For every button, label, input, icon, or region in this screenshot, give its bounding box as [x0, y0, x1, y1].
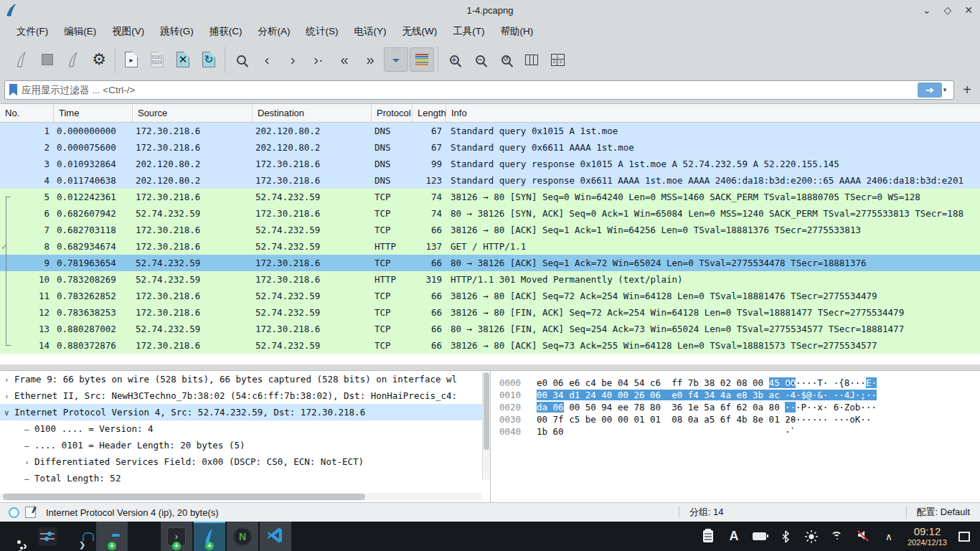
detail-line-3[interactable]: –0100 .... = Version: 4 [0, 420, 490, 437]
expert-info-icon[interactable] [9, 507, 19, 518]
menu-item-2[interactable]: 视图(V) [104, 21, 152, 42]
last-packet-icon[interactable]: » [358, 47, 382, 72]
go-back-icon[interactable]: ‹ [255, 47, 279, 72]
packet-row-13[interactable]: 130.88028700252.74.232.59172.30.218.6TCP… [0, 321, 980, 337]
detail-line-5[interactable]: ›Differentiated Services Field: 0x00 (DS… [0, 453, 490, 470]
column-header-destination[interactable]: Destination [253, 104, 372, 122]
hex-line-0040[interactable]: 00401b 60·` [491, 425, 980, 438]
taskbar-terminal[interactable]: ›+ [161, 522, 192, 551]
apply-filter-button[interactable]: ➜ [918, 83, 942, 98]
taskbar-vscode[interactable] [260, 522, 291, 551]
display-filter-input[interactable] [22, 85, 918, 95]
menu-item-1[interactable]: 编辑(E) [56, 21, 104, 42]
clipboard-icon[interactable] [701, 529, 715, 544]
keyboard-layout-icon[interactable]: A [727, 529, 741, 544]
taskbar-discover[interactable] [63, 522, 95, 551]
go-to-packet-icon[interactable]: ›· [306, 47, 331, 72]
column-header-info[interactable]: Info [446, 104, 980, 122]
menu-item-7[interactable]: 电话(Y) [347, 21, 395, 42]
detail-line-6[interactable]: –Total Length: 52 [0, 470, 490, 486]
packet-row-2[interactable]: 20.000075600172.30.218.6202.120.80.2DNS6… [0, 139, 980, 156]
close-file-icon[interactable]: ✕ [171, 47, 195, 72]
add-filter-button[interactable]: + [958, 82, 976, 98]
packet-row-9[interactable]: 90.78196365452.74.232.59172.30.218.6TCP6… [0, 255, 980, 271]
menu-item-10[interactable]: 帮助(H) [492, 21, 541, 42]
taskbar-clock[interactable]: 09:12 2024/12/13 [908, 526, 947, 547]
capture-comment-icon[interactable] [25, 507, 36, 518]
menu-item-8[interactable]: 无线(W) [395, 21, 446, 42]
detail-line-2[interactable]: ∨Internet Protocol Version 4, Src: 52.74… [0, 404, 490, 420]
battery-icon[interactable] [753, 529, 767, 544]
volume-muted-icon[interactable] [856, 529, 870, 544]
hex-line-0010[interactable]: 001000 34 d1 24 40 00 26 06 e0 f4 34 4a … [491, 389, 980, 401]
resize-columns-icon[interactable] [519, 47, 544, 72]
packet-row-3[interactable]: 30.010932864202.120.80.2172.30.218.6DNS9… [0, 156, 980, 172]
detail-line-0[interactable]: ›Frame 9: 66 bytes on wire (528 bits), 6… [0, 371, 490, 387]
maximize-button[interactable]: ◇ [943, 4, 951, 16]
packet-row-6[interactable]: 60.68260794252.74.232.59172.30.218.6TCP7… [0, 205, 980, 222]
menu-item-3[interactable]: 跳转(G) [152, 21, 202, 42]
menu-item-9[interactable]: 工具(T) [445, 21, 492, 42]
packet-row-10[interactable]: 100.78320826952.74.232.59172.30.218.6HTT… [0, 271, 980, 288]
menu-item-6[interactable]: 统计(S) [298, 21, 347, 42]
find-packet-icon[interactable] [229, 47, 253, 72]
detail-line-1[interactable]: ›Ethernet II, Src: NewH3CTechno_7b:38:02… [0, 387, 490, 404]
show-desktop-icon[interactable] [958, 532, 970, 542]
wifi-icon[interactable] [830, 529, 844, 544]
taskbar-system-settings[interactable] [32, 522, 63, 551]
taskbar-firefox[interactable] [128, 522, 159, 551]
layout-icon[interactable]: 123 [545, 47, 570, 72]
hex-line-0020[interactable]: 0020da 06 00 50 94 ee 78 80 36 1e 5a 6f … [491, 401, 980, 413]
packet-row-14[interactable]: 140.880372876172.30.218.652.74.232.59TCP… [0, 337, 980, 354]
packet-row-4[interactable]: 40.011740638202.120.80.2172.30.218.6DNS1… [0, 172, 980, 189]
zoom-reset-icon[interactable]: ↺ [494, 47, 518, 72]
column-header-source[interactable]: Source [133, 104, 253, 122]
detail-line-4[interactable]: –.... 0101 = Header Length: 20 bytes (5) [0, 437, 490, 453]
packet-row-1[interactable]: 10.000000000172.30.218.6202.120.80.2DNS6… [0, 123, 980, 139]
expander-icon[interactable]: › [24, 454, 34, 471]
status-profile[interactable]: 配置: Default [917, 506, 980, 519]
column-header-no[interactable]: No. [0, 104, 54, 122]
open-file-icon[interactable]: ▸ [119, 47, 143, 72]
taskbar-wireshark[interactable]: + [194, 522, 225, 551]
capture-options-icon[interactable]: ⚙ [87, 47, 111, 72]
column-header-protocol[interactable]: Protocol [372, 104, 413, 122]
minimize-button[interactable]: ⌄ [923, 4, 931, 16]
column-header-time[interactable]: Time [54, 104, 133, 122]
packet-row-12[interactable]: 120.783638253172.30.218.652.74.232.59TCP… [0, 304, 980, 321]
bluetooth-icon[interactable] [778, 529, 793, 544]
auto-scroll-icon[interactable] [384, 47, 408, 72]
pane-splitter[interactable] [0, 364, 980, 370]
menu-item-4[interactable]: 捕获(C) [202, 21, 250, 42]
brightness-icon[interactable] [804, 529, 819, 544]
display-filter-box[interactable]: ➜ ▾ [4, 80, 954, 100]
hex-line-0030[interactable]: 003000 7f c5 be 00 00 01 01 08 0a a5 6f … [491, 413, 980, 425]
taskbar-app-launcher[interactable]: › [0, 522, 32, 551]
packet-row-8[interactable]: 80.682934674172.30.218.652.74.232.59HTTP… [0, 238, 980, 255]
taskbar-file-manager[interactable]: + [96, 522, 128, 551]
menu-item-5[interactable]: 分析(A) [250, 21, 298, 42]
packet-row-7[interactable]: 70.682703118172.30.218.652.74.232.59TCP6… [0, 222, 980, 238]
expander-icon[interactable]: ∨ [4, 405, 14, 421]
filter-dropdown-icon[interactable]: ▾ [943, 86, 947, 93]
go-forward-icon[interactable]: › [281, 47, 305, 72]
expand-tray-icon[interactable]: ∧ [882, 529, 896, 544]
zoom-in-icon[interactable]: + [442, 47, 466, 72]
packet-row-11[interactable]: 110.783262852172.30.218.652.74.232.59TCP… [0, 288, 980, 304]
column-header-length[interactable]: Length [413, 104, 446, 122]
colorize-icon[interactable] [410, 47, 434, 72]
close-button[interactable]: ✕ [964, 4, 973, 16]
filter-bookmark-icon[interactable] [9, 84, 17, 96]
reload-file-icon[interactable]: ↻ [197, 47, 221, 72]
first-packet-icon[interactable]: « [332, 47, 357, 72]
detail-vertical-scrollbar[interactable] [482, 372, 490, 480]
packet-row-5[interactable]: 50.012242361172.30.218.652.74.232.59TCP7… [0, 189, 980, 205]
expander-icon[interactable]: › [4, 372, 14, 388]
new-window-badge: + [205, 542, 214, 550]
menu-item-0[interactable]: 文件(F) [9, 21, 56, 42]
detail-horizontal-scrollbar[interactable] [0, 493, 482, 501]
zoom-out-icon[interactable]: − [468, 47, 492, 72]
expander-icon[interactable]: › [4, 388, 14, 405]
taskbar-neovim[interactable]: N [227, 522, 258, 551]
hex-line-0000[interactable]: 0000e0 06 e6 c4 be 04 54 c6 ff 7b 38 02 … [491, 377, 980, 389]
